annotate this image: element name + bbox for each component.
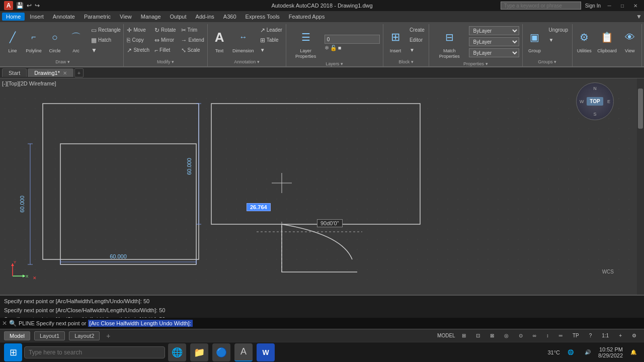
taskbar-network[interactable]: 🌐 [564,348,577,356]
layer-color[interactable]: ■ [338,45,342,51]
angle-input[interactable]: 90d0'0" [317,219,343,227]
scrollbar-thumb[interactable] [638,88,643,129]
layer-combo[interactable] [325,35,380,44]
vertical-scrollbar[interactable] [637,78,644,295]
status-osnap[interactable]: ⊙ [515,332,526,339]
search-input[interactable] [501,2,581,10]
tool-rotate[interactable]: ↻Rotate [152,25,178,35]
minimize-button[interactable]: ─ [605,2,614,9]
command-input[interactable] [195,320,642,326]
status-scale[interactable]: 1:1 [598,332,612,339]
tool-block-editor[interactable]: Editor [408,35,427,45]
tool-table[interactable]: ⊞Table [258,35,284,45]
cmd-search-icon[interactable]: 🔍 [9,320,17,327]
taskbar-autocad[interactable]: A [234,343,253,361]
tool-copy[interactable]: ⎘Copy [125,35,151,45]
menu-home[interactable]: Home [2,13,25,21]
viewcube-top-button[interactable]: TOP [587,97,603,106]
tool-utilities[interactable]: ⚙ Utilities [574,25,594,55]
taskbar-notification[interactable]: 🔔 [627,348,640,356]
drawing-canvas[interactable]: 60.000 60.000 60.000 [0,78,644,295]
taskbar-volume[interactable]: 🔊 [581,348,594,356]
tool-polyline[interactable]: ⌐ Polyline [24,25,44,55]
status-lw[interactable]: ═ [555,332,566,339]
quick-access-undo[interactable]: ↩ [27,2,32,9]
tool-leader[interactable]: ↗Leader [258,25,284,35]
tool-circle[interactable]: ○ Circle [45,25,65,55]
taskbar-search[interactable] [24,346,165,358]
taskbar-edge[interactable]: 🔵 [212,343,230,361]
linetype-combo[interactable]: ByLayer [469,37,519,46]
status-otrack[interactable]: ∞ [529,332,540,339]
tab-layout2[interactable]: Layout2 [69,331,100,340]
tool-dimension[interactable]: ↔ Dimension [230,25,256,55]
tool-mirror[interactable]: ⇔Mirror [152,35,178,45]
color-combo[interactable]: ByLayer [469,26,519,35]
sign-in-button[interactable]: Sign In [585,3,601,9]
tool-more-draw[interactable]: ▼ [89,45,123,55]
tool-hatch[interactable]: ▦Hatch [89,35,123,45]
tool-stretch[interactable]: ↗Stretch [125,45,151,55]
tool-move[interactable]: ✛Move [125,25,151,35]
tab-drawing1[interactable]: Drawing1* ✕ [28,68,73,77]
tool-group[interactable]: ▣ Group [525,25,545,55]
tab-close-drawing1[interactable]: ✕ [63,70,67,76]
status-grid[interactable]: ⊞ [458,332,469,339]
menu-addins[interactable]: Add-ins [192,13,218,21]
taskbar-word[interactable]: W [257,343,275,361]
maximize-button[interactable]: □ [618,2,627,9]
layer-lock[interactable]: 🔓 [330,45,337,51]
ucs-cross[interactable]: ✕ [33,276,37,281]
menu-a360[interactable]: A360 [219,13,240,21]
layer-freeze[interactable]: ❄ [325,45,329,51]
tool-rect[interactable]: ▭Rectangle [89,25,123,35]
status-ortho[interactable]: ⊠ [487,332,498,339]
tab-model[interactable]: Model [4,331,30,340]
status-zoom[interactable]: + [615,332,625,339]
tool-line[interactable]: ╱ Line [3,25,23,55]
lineweight-combo[interactable]: ByLayer [469,48,519,57]
tab-layout1[interactable]: Layout1 [34,331,65,340]
tool-arc[interactable]: ⌒ Arc [66,25,86,55]
status-tp[interactable]: TP [569,332,583,339]
quick-access-redo[interactable]: ↪ [35,2,40,9]
menu-output[interactable]: Output [166,13,191,21]
windows-start-button[interactable]: ⊞ [4,343,22,361]
tab-start[interactable]: Start [2,68,27,77]
close-button[interactable]: ✕ [631,2,640,9]
menu-parametric[interactable]: Parametric [80,13,115,21]
taskbar-browser[interactable]: 🌐 [168,343,186,361]
menu-manage[interactable]: Manage [137,13,165,21]
tool-annotation-more[interactable]: ▼ [258,45,284,55]
tool-text[interactable]: A Text [209,25,229,55]
taskbar-clock[interactable]: 10:52 PM 8/29/2022 [598,346,623,358]
menu-insert[interactable]: Insert [26,13,48,21]
tool-insert[interactable]: ⊞ Insert [385,25,406,55]
tool-fillet[interactable]: ⌐Fillet [152,45,178,55]
tool-match-properties[interactable]: ⊟ Match Properties [432,25,466,60]
tool-ungroup[interactable]: Ungroup [547,25,570,35]
tab-add-layout[interactable]: + [104,331,113,340]
tool-create-block[interactable]: Create [408,25,427,35]
viewcube[interactable]: N S E W TOP [576,82,614,120]
status-polar[interactable]: ◎ [501,332,512,339]
menu-featured[interactable]: Featured Apps [285,13,329,21]
tab-add-button[interactable]: + [74,68,84,77]
tool-trim[interactable]: ✂Trim [179,25,206,35]
tool-scale[interactable]: ⤡Scale [179,45,206,55]
tool-layer-properties[interactable]: ☰ Layer Properties [289,25,323,60]
cmd-clear-icon[interactable]: ✕ [2,320,7,327]
tool-clipboard[interactable]: 📋 Clipboard [595,25,619,55]
tool-block-more[interactable]: ▼ [408,45,427,55]
tool-view[interactable]: 👁 View [620,25,640,55]
status-settings[interactable]: ⚙ [628,332,640,339]
status-snap[interactable]: ⊡ [472,332,484,339]
quick-access-save[interactable]: 💾 [16,2,24,9]
status-dynmode[interactable]: ↕ [543,332,552,339]
menu-annotate[interactable]: Annotate [49,13,79,21]
menu-view[interactable]: View [116,13,136,21]
menu-express[interactable]: Express Tools [242,13,284,21]
status-qp[interactable]: ? [586,332,596,339]
ribbon-toggle[interactable]: ▼ [636,13,642,20]
tool-group-more[interactable]: ▼ [547,35,570,45]
